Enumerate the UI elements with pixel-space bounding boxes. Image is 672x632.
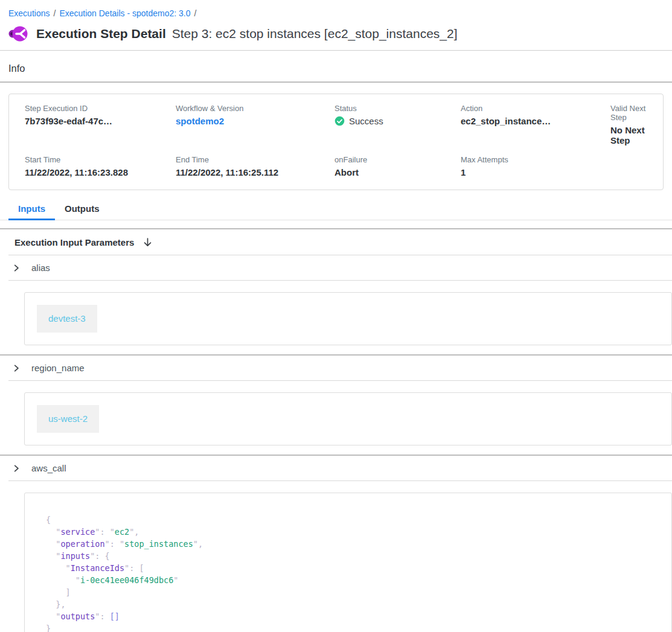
json-punctuation: ", xyxy=(193,539,203,549)
info-field-value: 11/22/2022, 11:16:25.112 xyxy=(176,167,334,177)
workflow-link[interactable]: spotdemo2 xyxy=(176,116,224,126)
app-logo-icon xyxy=(8,25,28,42)
breadcrumb-separator: / xyxy=(53,8,56,18)
json-punctuation: " xyxy=(46,575,80,585)
down-arrow-icon[interactable] xyxy=(142,237,153,247)
json-punctuation: " xyxy=(46,551,60,561)
info-field-label: Step Execution ID xyxy=(25,104,176,113)
info-field-value: spotdemo2 xyxy=(176,116,334,126)
status-badge: Success xyxy=(334,116,461,126)
status-text: Success xyxy=(349,116,383,126)
success-icon xyxy=(334,116,345,126)
info-field-label: Workflow & Version xyxy=(176,104,334,113)
json-punctuation: { xyxy=(46,515,51,525)
breadcrumb-link[interactable]: Executions xyxy=(8,8,50,18)
json-string: i-0ec41ee046f49dbc6 xyxy=(80,575,173,585)
json-punctuation: }, xyxy=(46,599,66,609)
json-punctuation: ] xyxy=(46,587,71,597)
param-value-chip: us-west-2 xyxy=(37,405,99,433)
info-field-label: Status xyxy=(334,104,461,113)
page-subtitle: Step 3: ec2 stop instances [ec2_stop_ins… xyxy=(172,27,458,41)
code-line: }, xyxy=(46,598,659,610)
info-heading: Info xyxy=(8,63,672,74)
breadcrumb-link[interactable]: Execution Details - spotdemo2: 3.0 xyxy=(59,8,190,18)
json-key: service xyxy=(60,527,95,537)
info-field: Step Execution ID7b73f93e-edaf-47c… xyxy=(25,104,176,145)
info-field: onFailureAbort xyxy=(334,155,461,177)
page-header: Execution Step Detail Step 3: ec2 stop i… xyxy=(8,25,672,42)
section-toggle-region_name[interactable]: region_name xyxy=(0,356,672,380)
json-key: outputs xyxy=(60,611,95,621)
breadcrumb-separator: / xyxy=(194,8,197,18)
info-field: Valid Next StepNo Next Step xyxy=(610,104,659,145)
json-punctuation: " xyxy=(46,527,60,537)
json-punctuation: " xyxy=(46,611,60,621)
code-line: "operation": "stop_instances", xyxy=(46,538,659,550)
section-name: aws_call xyxy=(31,463,66,473)
info-field: Workflow & Versionspotdemo2 xyxy=(176,104,334,145)
breadcrumb: Executions/Execution Details - spotdemo2… xyxy=(8,8,672,18)
json-punctuation: ": { xyxy=(90,551,110,561)
json-string: stop_instances xyxy=(124,539,193,549)
info-field-value: No Next Step xyxy=(610,125,659,145)
tab-inputs[interactable]: Inputs xyxy=(8,200,55,220)
section-name: alias xyxy=(31,263,50,273)
json-key: operation xyxy=(60,539,104,549)
code-line: ] xyxy=(46,586,659,598)
info-field: Start Time11/22/2022, 11:16:23.828 xyxy=(25,155,176,177)
chevron-right-icon xyxy=(12,364,21,372)
json-punctuation: " xyxy=(46,563,71,573)
divider xyxy=(8,380,672,381)
json-punctuation: ": xyxy=(95,611,109,621)
divider xyxy=(8,280,672,281)
section-name: region_name xyxy=(31,363,85,373)
tab-bar: InputsOutputs xyxy=(0,200,672,220)
chevron-right-icon xyxy=(12,264,21,272)
json-punctuation: ", xyxy=(129,527,139,537)
json-punctuation: [] xyxy=(110,611,120,621)
json-code-block: { "service": "ec2", "operation": "stop_i… xyxy=(24,493,672,632)
info-field-value: 1 xyxy=(461,167,610,177)
json-punctuation: " xyxy=(46,539,60,549)
divider xyxy=(8,480,672,481)
json-punctuation: " xyxy=(173,575,178,585)
code-line: "service": "ec2", xyxy=(46,526,659,538)
code-line: "InstanceIds": [ xyxy=(46,562,659,574)
info-field-value: 11/22/2022, 11:16:23.828 xyxy=(25,167,176,177)
section-toggle-alias[interactable]: alias xyxy=(0,255,672,280)
info-field-value: Abort xyxy=(334,167,461,177)
tab-outputs[interactable]: Outputs xyxy=(55,200,109,220)
json-punctuation: ": " xyxy=(105,539,125,549)
param-value-box: us-west-2 xyxy=(24,392,672,445)
code-line: { xyxy=(46,514,659,526)
params-header: Execution Input Parameters xyxy=(0,229,672,255)
chevron-right-icon xyxy=(12,464,21,473)
code-line: "inputs": { xyxy=(46,550,659,562)
json-punctuation: ": " xyxy=(95,527,115,537)
json-punctuation: } xyxy=(46,624,51,632)
divider xyxy=(0,81,672,83)
info-field-label: Start Time xyxy=(25,155,176,164)
code-line: } xyxy=(46,622,659,632)
json-key: InstanceIds xyxy=(71,563,124,573)
info-field-label: onFailure xyxy=(334,155,461,164)
info-field-label: End Time xyxy=(176,155,334,164)
info-field: Max Attempts1 xyxy=(461,155,610,177)
json-key: inputs xyxy=(60,551,90,561)
info-field-label: Valid Next Step xyxy=(610,104,659,122)
info-grid: Step Execution ID7b73f93e-edaf-47c…Workf… xyxy=(9,94,663,190)
info-field-label: Max Attempts xyxy=(461,155,610,164)
execution-step-detail-page: Executions/Execution Details - spotdemo2… xyxy=(0,8,672,632)
params-header-label: Execution Input Parameters xyxy=(14,237,134,247)
info-field-value: ec2_stop_instance… xyxy=(461,116,610,126)
json-string: ec2 xyxy=(115,527,129,537)
section-toggle-aws_call[interactable]: aws_call xyxy=(0,456,672,480)
code-line: "outputs": [] xyxy=(46,610,659,622)
param-sections: aliasdevtest-3region_nameus-west-2aws_ca… xyxy=(0,255,672,632)
info-field: End Time11/22/2022, 11:16:25.112 xyxy=(176,155,334,177)
info-card: Step Execution ID7b73f93e-edaf-47c…Workf… xyxy=(8,94,664,190)
param-value-box: devtest-3 xyxy=(24,292,672,345)
info-field: StatusSuccess xyxy=(334,104,461,145)
divider xyxy=(0,50,672,51)
json-punctuation: ": [ xyxy=(124,563,144,573)
